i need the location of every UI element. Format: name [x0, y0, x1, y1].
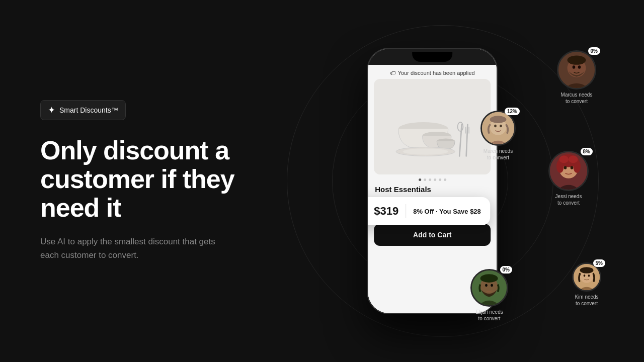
sparkle-icon: ✦: [48, 105, 55, 116]
customer-bubble-marcus: 0% Marcus needsto convert: [557, 50, 596, 105]
elijah-avatar: [470, 269, 508, 307]
badge-label: Smart Discounts™: [59, 106, 118, 114]
customer-bubble-elijah: 0% Elijah needsto convert: [470, 269, 508, 322]
maren-label: Maren needsto convert: [484, 148, 513, 161]
elijah-avatar-wrap: 0%: [470, 269, 508, 307]
dot-5: [439, 178, 441, 181]
svg-point-4: [403, 148, 448, 155]
kim-percent: 5%: [593, 259, 605, 267]
svg-point-43: [584, 275, 586, 277]
marcus-avatar-wrap: 0%: [557, 50, 596, 89]
svg-point-38: [491, 284, 493, 287]
kim-avatar-wrap: 5%: [572, 262, 601, 292]
svg-point-42: [580, 267, 594, 274]
price-divider: [406, 204, 406, 218]
dot-3: [429, 178, 431, 181]
svg-point-36: [480, 274, 498, 283]
maren-avatar-wrap: 12%: [480, 111, 516, 146]
dot-2: [424, 178, 426, 181]
svg-point-14: [568, 55, 586, 64]
jessi-label: Jessi needsto convert: [555, 193, 582, 206]
svg-point-22: [500, 125, 502, 127]
elijah-percent: 0%: [500, 266, 512, 274]
jessi-percent: 8%: [581, 148, 593, 155]
svg-point-21: [494, 125, 497, 127]
svg-point-37: [485, 284, 488, 287]
right-panel: 🏷 Your discount has been applied: [242, 0, 644, 362]
customer-bubble-kim: 5% Kim needsto convert: [572, 262, 601, 307]
new-price: $319: [374, 205, 398, 218]
add-to-cart-button[interactable]: Add to Cart: [374, 224, 491, 246]
image-dots: [368, 174, 497, 183]
svg-point-6: [458, 122, 463, 131]
svg-point-30: [569, 155, 578, 163]
dot-1: [419, 178, 421, 181]
marcus-percent: 0%: [588, 47, 600, 55]
subtext: Use AI to apply the smallest discount th…: [40, 235, 231, 262]
kim-label: Kim needsto convert: [575, 294, 598, 307]
product-svg: [387, 89, 477, 164]
jessi-avatar: [548, 151, 589, 191]
marcus-label: Marcus needsto convert: [561, 92, 593, 105]
tag-icon: 🏷: [390, 70, 395, 76]
dot-6: [444, 178, 446, 181]
discount-label: 8% Off · You Save $28: [413, 208, 481, 215]
elijah-label: Elijah needsto convert: [475, 309, 503, 322]
maren-avatar: [480, 111, 516, 146]
customer-bubble-jessi: 8% Jessi needsto convert: [548, 151, 589, 206]
svg-point-32: [571, 166, 574, 169]
marcus-avatar: [557, 50, 596, 89]
svg-point-16: [578, 65, 581, 68]
svg-point-15: [573, 65, 576, 68]
svg-point-20: [490, 116, 507, 123]
dot-4: [434, 178, 436, 181]
discount-banner: 🏷 Your discount has been applied: [368, 65, 497, 79]
svg-point-44: [588, 275, 590, 277]
maren-percent: 12%: [505, 108, 520, 115]
price-card: $347 $319 8% Off · You Save $28: [367, 197, 490, 225]
customer-bubble-maren: 12% Maren needsto convert: [480, 111, 516, 161]
svg-point-29: [559, 155, 569, 163]
svg-point-31: [564, 166, 567, 169]
phone-notch-bar: [368, 49, 497, 65]
badge: ✦ Smart Discounts™: [40, 100, 126, 120]
svg-line-5: [459, 125, 462, 156]
jessi-avatar-wrap: 8%: [548, 151, 589, 191]
product-image: [374, 79, 491, 174]
product-name: Host Essentials: [368, 183, 497, 197]
discount-banner-text: Your discount has been applied: [398, 70, 475, 76]
phone-notch: [412, 52, 452, 62]
